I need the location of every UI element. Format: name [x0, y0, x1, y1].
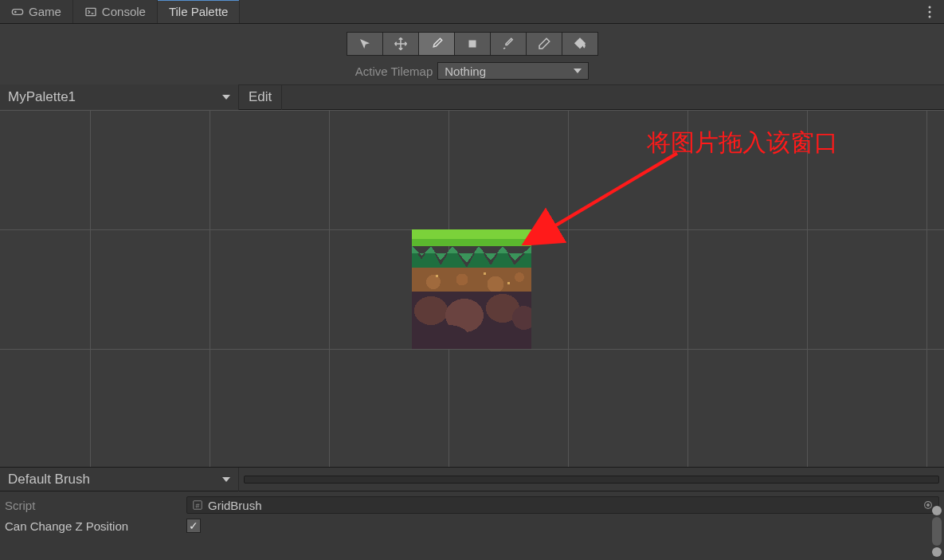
brush-slider-area[interactable]: [239, 468, 944, 491]
svg-point-10: [456, 274, 468, 286]
brush-dropdown[interactable]: Default Brush: [0, 468, 239, 491]
tile-preview[interactable]: [412, 229, 531, 349]
tab-console-label: Console: [102, 5, 146, 18]
tool-fill[interactable]: [562, 32, 598, 56]
edit-button-label: Edit: [249, 89, 272, 105]
tile-palette-toolbar: Active Tilemap Nothing: [0, 24, 944, 84]
svg-point-27: [927, 504, 930, 507]
svg-point-2: [929, 6, 931, 9]
svg-rect-14: [484, 272, 486, 275]
palette-dropdown[interactable]: MyPalette1: [0, 84, 239, 110]
tool-picker[interactable]: [490, 32, 527, 56]
tab-overflow-menu[interactable]: [920, 0, 939, 24]
svg-rect-5: [468, 41, 476, 48]
palette-selected-label: MyPalette1: [8, 89, 76, 105]
active-tilemap-dropdown[interactable]: Nothing: [437, 62, 589, 80]
svg-point-11: [488, 276, 504, 293]
tab-tile-palette-label: Tile Palette: [169, 5, 228, 18]
annotation-text: 将图片拖入该窗口: [647, 127, 838, 159]
chevron-down-icon: [222, 477, 230, 482]
svg-rect-13: [436, 275, 438, 277]
chevron-down-icon: [574, 69, 582, 73]
tab-game[interactable]: Game: [0, 0, 73, 23]
svg-rect-0: [12, 9, 22, 14]
palette-grid-canvas[interactable]: 将图片拖入该窗口: [0, 110, 944, 467]
script-label: Script: [5, 499, 183, 512]
brush-inspector: Script # GridBrush Can Change Z Position…: [0, 491, 944, 539]
tool-brush[interactable]: [418, 32, 455, 56]
svg-rect-15: [507, 282, 510, 284]
active-tilemap-value: Nothing: [445, 65, 486, 78]
tool-eraser[interactable]: [526, 32, 562, 56]
chevron-down-icon: [222, 95, 230, 100]
svg-point-3: [929, 11, 931, 14]
brush-slider-track[interactable]: [244, 476, 939, 484]
palette-select-row: MyPalette1 Edit: [0, 84, 944, 110]
svg-rect-1: [86, 8, 96, 15]
script-icon: #: [192, 499, 203, 511]
svg-rect-7: [412, 239, 531, 246]
tool-select[interactable]: [347, 32, 383, 56]
scroll-down-icon[interactable]: [932, 547, 942, 557]
gamepad-icon: [11, 6, 24, 18]
brush-row: Default Brush: [0, 467, 944, 491]
svg-line-23: [547, 153, 677, 230]
can-change-z-label: Can Change Z Position: [5, 519, 183, 533]
svg-point-17: [414, 296, 448, 325]
tab-tile-palette[interactable]: Tile Palette: [158, 0, 240, 23]
svg-point-4: [929, 16, 931, 18]
svg-point-9: [426, 275, 441, 289]
svg-text:#: #: [196, 502, 200, 510]
svg-point-12: [515, 272, 524, 282]
annotation-arrow: [510, 150, 701, 245]
svg-point-21: [426, 325, 469, 349]
can-change-z-checkbox[interactable]: ✓: [186, 519, 201, 533]
script-value: GridBrush: [208, 499, 262, 512]
script-field[interactable]: # GridBrush: [186, 496, 939, 514]
tab-game-label: Game: [29, 5, 61, 18]
scrollbar-thumb[interactable]: [932, 517, 942, 546]
console-icon: [84, 6, 97, 18]
tab-console[interactable]: Console: [73, 0, 158, 23]
brush-selected-label: Default Brush: [8, 472, 90, 488]
tool-box[interactable]: [454, 32, 491, 56]
svg-rect-6: [412, 229, 531, 239]
tab-bar: Game Console Tile Palette: [0, 0, 944, 24]
inspector-scrollbar[interactable]: [931, 506, 942, 557]
inspector-row-z-position: Can Change Z Position ✓: [5, 515, 939, 536]
inspector-row-script: Script # GridBrush: [5, 495, 939, 515]
tool-move[interactable]: [382, 32, 419, 56]
tool-button-group: [0, 32, 944, 56]
active-tilemap-row: Active Tilemap Nothing: [0, 62, 944, 80]
scroll-up-icon[interactable]: [932, 506, 942, 515]
active-tilemap-label: Active Tilemap: [355, 65, 433, 78]
edit-button[interactable]: Edit: [239, 84, 282, 110]
